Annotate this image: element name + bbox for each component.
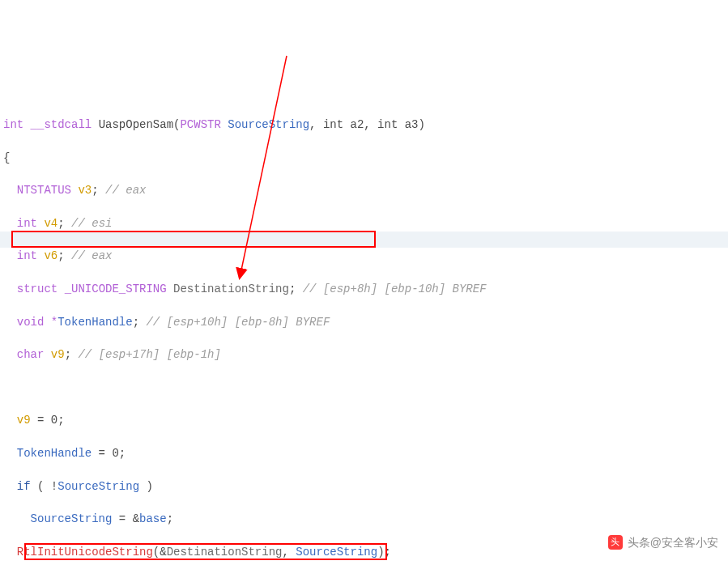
code-line: SourceString = &base; <box>3 511 725 527</box>
t: void * <box>3 316 57 329</box>
code-line: { <box>3 150 725 166</box>
code-line: void *TokenHandle; // [esp+10h] [ebp-8h]… <box>3 314 725 330</box>
t: TokenHandle <box>57 316 132 329</box>
t: ! <box>51 480 57 493</box>
t: v4 <box>44 217 57 230</box>
t: SourceString <box>296 546 377 559</box>
t: // [esp+8h] [ebp-10h] BYREF <box>303 282 487 295</box>
t: v9 <box>3 414 31 427</box>
watermark-icon <box>608 535 623 550</box>
t: char <box>3 348 51 361</box>
t: struct <box>3 282 65 295</box>
t: ; <box>133 316 147 329</box>
t: ( <box>31 480 51 493</box>
t: DestinationString <box>173 282 289 295</box>
code-line: int v6; // eax <box>3 248 725 264</box>
t <box>3 546 17 559</box>
t: int <box>3 249 44 262</box>
t: ; <box>289 282 303 295</box>
decompiler-code-block: int __stdcall UaspOpenSam(PCWSTR SourceS… <box>0 0 728 565</box>
t: int <box>3 217 44 230</box>
t: { <box>3 151 10 164</box>
t: // eax <box>71 249 112 262</box>
t: , <box>282 546 296 559</box>
t: // [esp+17h] [ebp-1h] <box>78 348 220 361</box>
watermark: 头条@安全客小安 <box>608 534 718 550</box>
t: base <box>139 512 167 525</box>
t: ); <box>377 546 391 559</box>
t: ; <box>92 184 105 197</box>
t: = 0; <box>92 447 126 460</box>
t: RtlInitUnicodeString <box>17 546 153 559</box>
t: v9 <box>51 348 65 361</box>
watermark-text: 头条@安全客小安 <box>628 534 718 550</box>
t: TokenHandle <box>3 447 92 460</box>
t: SourceString <box>3 512 112 525</box>
t: ; <box>167 512 173 525</box>
code-line: char v9; // [esp+17h] [ebp-1h] <box>3 346 725 363</box>
code-line: if ( !SourceString ) <box>3 478 725 495</box>
t: NTSTATUS <box>3 184 78 197</box>
code-line: int __stdcall UaspOpenSam(PCWSTR SourceS… <box>3 117 725 133</box>
t: = 0; <box>31 414 65 427</box>
t: , int a2, int a3) <box>309 118 425 131</box>
t: SourceString <box>57 480 139 493</box>
t: SourceString <box>221 118 309 131</box>
t: // [esp+10h] [ebp-8h] BYREF <box>146 316 330 329</box>
t: PCWSTR <box>180 118 220 131</box>
code-line: struct _UNICODE_STRING DestinationString… <box>3 281 725 297</box>
t <box>167 282 173 295</box>
t: v6 <box>44 249 57 262</box>
t: // esi <box>71 217 112 230</box>
t: DestinationString <box>167 546 283 559</box>
t: ; <box>57 249 71 262</box>
code-line: NTSTATUS v3; // eax <box>3 182 725 198</box>
t: ) <box>139 480 153 493</box>
t: (& <box>153 546 167 559</box>
t: = & <box>112 512 139 525</box>
code-line: int v4; // esi <box>3 215 725 232</box>
t: int __stdcall <box>3 118 99 131</box>
t: v3 <box>78 184 92 197</box>
t: if <box>3 480 31 493</box>
t: // eax <box>105 184 146 197</box>
code-line: v9 = 0; <box>3 412 725 428</box>
t: _UNICODE_STRING <box>65 282 167 295</box>
code-line <box>3 380 725 396</box>
t: ; <box>65 348 79 361</box>
t: UaspOpenSam <box>99 118 173 131</box>
t: ; <box>57 217 71 230</box>
code-line: TokenHandle = 0; <box>3 445 725 461</box>
